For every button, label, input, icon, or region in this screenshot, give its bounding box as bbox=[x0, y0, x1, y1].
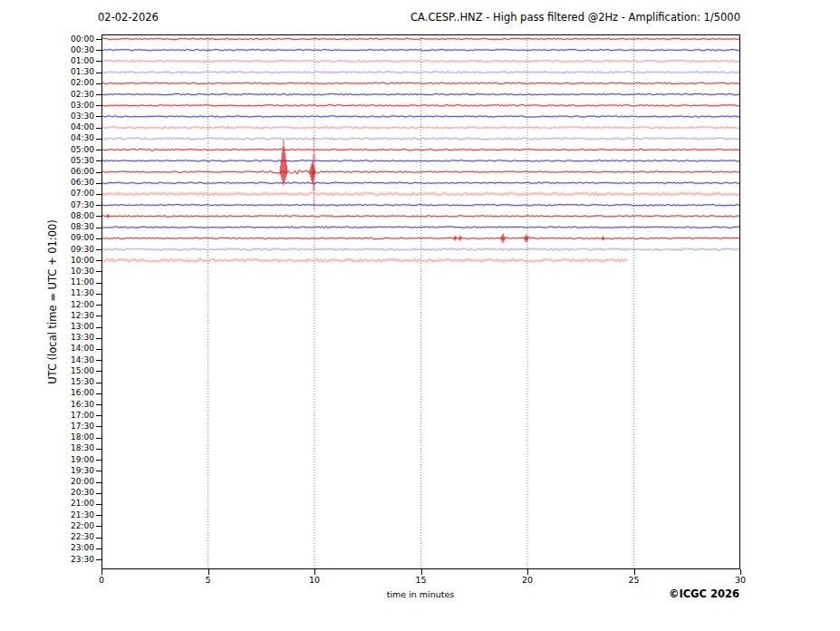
y-tick-mark bbox=[96, 238, 101, 239]
y-tick-mark bbox=[96, 183, 101, 184]
y-tick-mark bbox=[96, 449, 101, 450]
y-tick-mark bbox=[96, 50, 101, 51]
y-tick-label: 03:00 bbox=[0, 102, 94, 110]
y-tick-label: 13:30 bbox=[0, 334, 94, 342]
y-tick-mark bbox=[96, 460, 101, 461]
x-tick-label: 20 bbox=[509, 575, 546, 585]
y-tick-label: 18:00 bbox=[0, 433, 94, 442]
y-tick-label: 20:00 bbox=[0, 478, 94, 486]
y-tick-label: 22:30 bbox=[0, 533, 94, 541]
y-tick-mark bbox=[96, 371, 101, 372]
y-tick-label: 05:30 bbox=[0, 157, 94, 165]
x-tick-mark bbox=[421, 569, 422, 575]
y-tick-label: 11:00 bbox=[0, 278, 94, 286]
y-tick-label: 15:00 bbox=[0, 367, 94, 375]
x-tick-label: 0 bbox=[83, 575, 120, 585]
date-title: 02-02-2026 bbox=[98, 11, 159, 24]
y-tick-mark bbox=[96, 228, 101, 228]
y-tick-label: 12:00 bbox=[0, 301, 94, 309]
y-tick-label: 01:30 bbox=[0, 68, 94, 76]
y-tick-mark bbox=[96, 548, 101, 549]
y-tick-label: 06:30 bbox=[0, 179, 94, 187]
x-tick-label: 30 bbox=[722, 575, 758, 585]
y-tick-mark bbox=[96, 139, 101, 140]
y-tick-mark bbox=[96, 404, 101, 405]
x-tick-mark bbox=[314, 569, 315, 575]
y-tick-mark bbox=[96, 415, 101, 416]
y-tick-mark bbox=[96, 61, 101, 62]
x-tick-label: 5 bbox=[190, 575, 227, 585]
y-tick-mark bbox=[96, 249, 101, 250]
y-tick-label: 22:00 bbox=[0, 522, 94, 530]
y-tick-label: 19:00 bbox=[0, 456, 94, 464]
x-tick-mark bbox=[740, 569, 741, 575]
y-tick-label: 07:30 bbox=[0, 201, 94, 209]
y-tick-mark bbox=[96, 493, 101, 494]
y-tick-mark bbox=[96, 327, 101, 328]
y-tick-label: 21:30 bbox=[0, 511, 94, 519]
y-tick-label: 14:30 bbox=[0, 356, 94, 364]
y-tick-mark bbox=[96, 294, 101, 295]
y-tick-label: 06:00 bbox=[0, 168, 94, 176]
y-tick-mark bbox=[96, 271, 101, 272]
x-tick-mark bbox=[208, 569, 209, 575]
y-tick-mark bbox=[96, 160, 101, 161]
y-tick-label: 14:00 bbox=[0, 345, 94, 353]
y-tick-label: 10:00 bbox=[0, 257, 94, 265]
y-tick-mark bbox=[96, 205, 101, 206]
y-tick-label: 09:00 bbox=[0, 234, 94, 242]
y-tick-label: 16:30 bbox=[0, 401, 94, 409]
y-tick-label: 03:30 bbox=[0, 112, 94, 121]
y-tick-mark bbox=[96, 426, 101, 427]
x-tick-label: 25 bbox=[616, 575, 652, 585]
y-tick-mark bbox=[96, 194, 101, 195]
y-tick-label: 07:00 bbox=[0, 189, 94, 198]
y-tick-mark bbox=[96, 216, 101, 217]
y-tick-label: 09:30 bbox=[0, 246, 94, 254]
y-tick-label: 15:30 bbox=[0, 378, 94, 386]
y-tick-mark bbox=[96, 94, 101, 95]
y-tick-label: 00:30 bbox=[0, 46, 94, 54]
y-tick-mark bbox=[96, 360, 101, 361]
y-tick-mark bbox=[96, 538, 101, 539]
y-tick-label: 12:30 bbox=[0, 312, 94, 320]
y-tick-mark bbox=[96, 39, 101, 40]
plot-title: CA.CESP..HNZ - High pass filtered @2Hz -… bbox=[272, 11, 740, 24]
x-tick-mark bbox=[101, 569, 102, 575]
y-tick-label: 23:30 bbox=[0, 556, 94, 564]
x-tick-mark bbox=[527, 569, 528, 575]
y-tick-mark bbox=[96, 150, 101, 150]
y-tick-label: 10:30 bbox=[0, 267, 94, 276]
x-tick-label: 15 bbox=[403, 575, 439, 585]
y-tick-mark bbox=[96, 471, 101, 471]
y-tick-label: 17:00 bbox=[0, 412, 94, 420]
y-tick-mark bbox=[96, 316, 101, 316]
x-tick-mark bbox=[634, 569, 635, 575]
y-tick-mark bbox=[96, 105, 101, 106]
y-tick-label: 17:30 bbox=[0, 422, 94, 431]
y-tick-mark bbox=[96, 349, 101, 350]
y-tick-label: 04:30 bbox=[0, 134, 94, 142]
y-tick-label: 19:30 bbox=[0, 467, 94, 475]
y-tick-label: 13:00 bbox=[0, 323, 94, 331]
y-tick-label: 05:00 bbox=[0, 146, 94, 154]
y-tick-label: 02:30 bbox=[0, 91, 94, 99]
y-tick-label: 00:00 bbox=[0, 35, 94, 44]
y-tick-mark bbox=[96, 482, 101, 483]
y-tick-mark bbox=[96, 283, 101, 284]
y-tick-mark bbox=[96, 383, 101, 383]
y-tick-label: 08:00 bbox=[0, 212, 94, 220]
y-tick-label: 02:00 bbox=[0, 79, 94, 87]
y-tick-mark bbox=[96, 305, 101, 306]
helicorder-plot bbox=[101, 34, 740, 569]
y-tick-mark bbox=[96, 438, 101, 439]
y-tick-mark bbox=[96, 338, 101, 339]
plot-area bbox=[101, 34, 740, 569]
y-tick-mark bbox=[96, 515, 101, 516]
y-tick-mark bbox=[96, 393, 101, 394]
y-tick-mark bbox=[96, 504, 101, 505]
y-tick-label: 11:30 bbox=[0, 289, 94, 297]
copyright-credit: ©ICGC 2026 bbox=[468, 587, 739, 600]
y-tick-mark bbox=[96, 559, 101, 560]
y-tick-mark bbox=[96, 83, 101, 84]
